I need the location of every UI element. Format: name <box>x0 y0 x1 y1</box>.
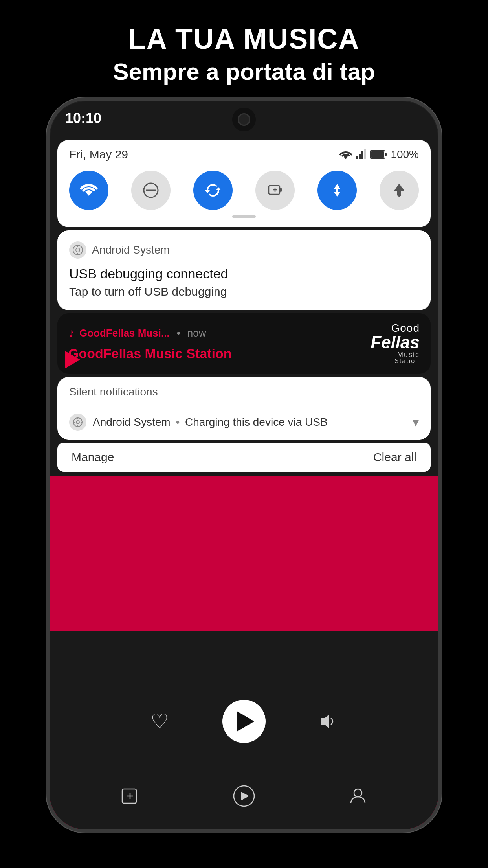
airplane-icon <box>391 182 407 199</box>
svg-marker-25 <box>321 714 329 728</box>
toggle-dnd[interactable] <box>131 171 171 210</box>
manage-button[interactable]: Manage <box>72 451 114 464</box>
clear-all-button[interactable]: Clear all <box>373 451 416 464</box>
sync-icon <box>204 181 222 200</box>
toggle-battery-saver[interactable] <box>255 171 295 210</box>
music-notif-right: Good Fellas Music Station <box>371 323 420 364</box>
notif-header: Android System <box>69 241 419 259</box>
chevron-down-icon: ▾ <box>413 415 419 430</box>
svg-point-14 <box>76 248 80 252</box>
goodfellas-logo: Good Fellas Music Station <box>371 323 420 364</box>
notif-app-name: Android System <box>92 244 170 256</box>
phone-notch <box>232 108 256 131</box>
silent-notifications-section: Silent notifications Android System • <box>57 377 431 440</box>
nav-profile[interactable] <box>344 782 372 810</box>
notif-title: USB debugging connected <box>69 265 419 282</box>
svg-rect-10 <box>280 188 282 192</box>
system-icon-svg <box>72 245 83 256</box>
play-circle-icon <box>233 785 255 807</box>
status-time: 10:10 <box>65 110 101 127</box>
wifi-status-icon <box>339 149 353 160</box>
usb-debug-notification[interactable]: Android System USB debugging connected T… <box>57 230 431 310</box>
music-notif-left: ♪ GoodFellas Musi... • now GoodFellas Mu… <box>68 326 371 361</box>
favorite-button[interactable]: ♡ <box>144 706 175 737</box>
header-section: LA TUA MUSICA Sempre a portata di tap <box>0 24 488 86</box>
silent-item-text: Android System • Charging this device vi… <box>93 416 406 428</box>
wifi-icon <box>79 181 98 200</box>
silent-item-android-icon <box>69 414 86 431</box>
silent-dot: • <box>176 416 180 428</box>
music-station-name: GoodFellas Music Station <box>68 346 371 361</box>
android-system-icon <box>69 241 86 259</box>
add-playlist-icon <box>120 786 140 806</box>
quick-settings-header: Fri, May 29 <box>69 148 419 161</box>
status-icons: 100% <box>339 148 419 161</box>
silent-header: Silent notifications <box>57 377 431 405</box>
music-dot: • <box>177 327 180 339</box>
svg-marker-30 <box>241 792 249 800</box>
svg-rect-0 <box>356 156 358 159</box>
music-play-button[interactable] <box>57 346 86 374</box>
silent-app-name: Android System <box>93 416 171 428</box>
toggle-sync[interactable] <box>193 171 233 210</box>
battery-percent: 100% <box>391 148 419 161</box>
phone-frame: 10:10 Fri, May 29 <box>46 97 442 833</box>
notif-subtitle: Tap to turn off USB debugging <box>69 284 419 299</box>
toggle-data[interactable] <box>317 171 357 210</box>
svg-point-31 <box>354 789 362 797</box>
volume-icon <box>318 711 339 732</box>
data-transfer-icon <box>328 181 347 200</box>
svg-rect-2 <box>361 151 363 159</box>
silent-charge-text: Charging this device via USB <box>185 416 328 428</box>
logo-fellas-text: Fellas <box>371 334 420 351</box>
toggle-airplane[interactable] <box>380 171 419 210</box>
nav-add-playlist[interactable] <box>116 782 144 810</box>
silent-item[interactable]: Android System • Charging this device vi… <box>57 405 431 440</box>
page-subtitle: Sempre a portata di tap <box>0 58 488 86</box>
scroll-indicator <box>232 215 256 218</box>
main-play-button[interactable] <box>222 700 266 743</box>
date-display: Fri, May 29 <box>69 148 128 161</box>
battery-saver-icon <box>267 182 283 198</box>
volume-button[interactable] <box>313 706 344 737</box>
nav-play-circle[interactable] <box>230 782 258 810</box>
svg-point-20 <box>76 421 79 424</box>
quick-toggles-row <box>69 171 419 210</box>
svg-rect-3 <box>364 149 366 159</box>
music-notification[interactable]: ♪ GoodFellas Musi... • now GoodFellas Mu… <box>57 313 431 374</box>
svg-rect-5 <box>385 153 387 156</box>
music-app-name: GoodFellas Musi... <box>79 327 170 339</box>
page-title: LA TUA MUSICA <box>0 24 488 55</box>
main-play-icon <box>237 711 254 732</box>
profile-icon <box>348 786 368 806</box>
logo-good-text: Good <box>371 323 420 334</box>
music-notif-inner: ♪ GoodFellas Musi... • now GoodFellas Mu… <box>57 313 431 374</box>
svg-rect-1 <box>359 154 361 159</box>
bottom-navigation <box>50 782 438 810</box>
logo-music-text: Music <box>371 351 420 358</box>
logo-station-text: Station <box>371 358 420 364</box>
playback-controls: ♡ <box>50 700 438 743</box>
dnd-icon <box>143 182 159 198</box>
app-bottom-area: ♡ <box>50 625 438 829</box>
notification-panel: Fri, May 29 <box>50 136 438 472</box>
play-triangle-icon <box>65 351 80 368</box>
notification-actions-bar: Manage Clear all <box>57 443 431 472</box>
battery-status-icon <box>370 150 387 159</box>
signal-status-icon <box>356 149 367 160</box>
music-app-header: ♪ GoodFellas Musi... • now <box>68 326 371 340</box>
svg-rect-6 <box>371 151 384 158</box>
silent-system-icon <box>73 417 83 427</box>
music-time: now <box>187 327 206 339</box>
music-note-icon: ♪ <box>68 326 75 340</box>
camera-lens <box>238 113 250 126</box>
red-stripe-decoration <box>50 625 438 631</box>
quick-settings-card: Fri, May 29 <box>57 140 431 227</box>
toggle-wifi[interactable] <box>69 171 108 210</box>
heart-icon: ♡ <box>150 710 169 733</box>
